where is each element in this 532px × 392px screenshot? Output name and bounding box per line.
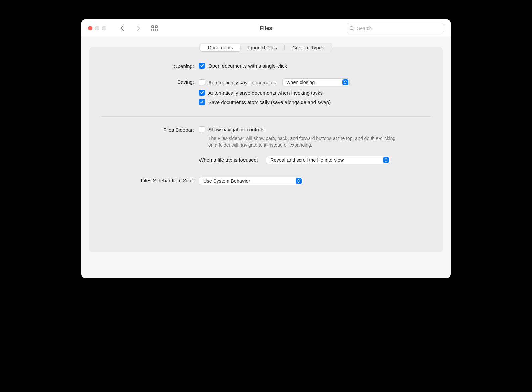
divider — [101, 116, 431, 117]
help-show-nav-controls: The Files sidebar will show path, back, … — [208, 135, 396, 149]
checkbox-auto-save[interactable] — [199, 79, 205, 85]
updown-icon — [296, 178, 302, 184]
svg-rect-0 — [152, 26, 154, 28]
label-saving: Saving: — [101, 78, 199, 85]
updown-icon — [383, 157, 389, 163]
chevron-right-icon — [136, 25, 141, 31]
show-all-button[interactable] — [149, 23, 160, 33]
check-icon — [200, 100, 204, 104]
label-file-tab-focused: When a file tab is focused: — [199, 157, 258, 163]
traffic-lights — [88, 26, 106, 30]
check-icon — [200, 64, 204, 68]
checkbox-open-single-click[interactable] — [199, 63, 205, 69]
back-button[interactable] — [117, 23, 127, 33]
tab-ignored-files[interactable]: Ignored Files — [240, 44, 284, 51]
select-file-tab-focused-value: Reveal and scroll the file into view — [270, 157, 344, 163]
preferences-window: Files Documents Ignored Files Custom Typ… — [81, 19, 451, 278]
segmented-control: Documents Ignored Files Custom Types — [200, 43, 332, 52]
select-item-size-value: Use System Behavior — [203, 178, 250, 184]
select-file-tab-focused[interactable]: Reveal and scroll the file into view — [266, 156, 390, 164]
search-wrap — [347, 23, 444, 33]
panel: Documents Ignored Files Custom Types Ope… — [89, 43, 443, 270]
label-show-nav-controls: Show navigation controls — [208, 127, 264, 132]
label-item-size: Files Sidebar Item Size: — [101, 177, 199, 183]
updown-icon — [342, 79, 348, 85]
label-opening: Opening: — [101, 63, 199, 69]
check-icon — [200, 91, 204, 95]
row-saving: Saving: Automatically save documents whe… — [101, 78, 431, 108]
select-auto-save-when[interactable]: when closing — [282, 78, 350, 86]
zoom-button[interactable] — [102, 26, 106, 30]
select-item-size[interactable]: Use System Behavior — [199, 177, 303, 185]
toolbar-nav — [117, 23, 160, 33]
svg-rect-2 — [152, 29, 154, 31]
svg-rect-3 — [155, 29, 157, 31]
close-button[interactable] — [88, 26, 92, 30]
minimize-button[interactable] — [95, 26, 99, 30]
svg-rect-1 — [155, 26, 157, 28]
search-input[interactable] — [347, 23, 444, 33]
label-save-atomically: Save documents atomically (save alongsid… — [208, 99, 331, 105]
label-open-single-click: Open documents with a single-click — [208, 63, 287, 69]
row-opening: Opening: Open documents with a single-cl… — [101, 63, 431, 72]
select-auto-save-when-value: when closing — [287, 80, 315, 85]
checkbox-show-nav-controls[interactable] — [199, 126, 205, 132]
tabs: Documents Ignored Files Custom Types — [89, 43, 443, 52]
forward-button[interactable] — [133, 23, 143, 33]
content: Documents Ignored Files Custom Types Ope… — [81, 37, 451, 278]
checkbox-auto-save-invoking-tasks[interactable] — [199, 90, 205, 96]
tab-documents[interactable]: Documents — [200, 44, 240, 51]
label-auto-save: Automatically save documents — [208, 80, 276, 85]
row-item-size: Files Sidebar Item Size: Use System Beha… — [101, 177, 431, 188]
label-files-sidebar: Files Sidebar: — [101, 126, 199, 133]
tab-custom-types[interactable]: Custom Types — [285, 44, 332, 51]
panel-body: Opening: Open documents with a single-cl… — [89, 47, 443, 252]
titlebar: Files — [81, 19, 451, 37]
chevron-left-icon — [120, 25, 125, 31]
label-auto-save-invoking-tasks: Automatically save documents when invoki… — [208, 90, 323, 96]
checkbox-save-atomically[interactable] — [199, 99, 205, 105]
row-files-sidebar: Files Sidebar: Show navigation controls … — [101, 126, 431, 167]
grid-icon — [151, 25, 158, 32]
